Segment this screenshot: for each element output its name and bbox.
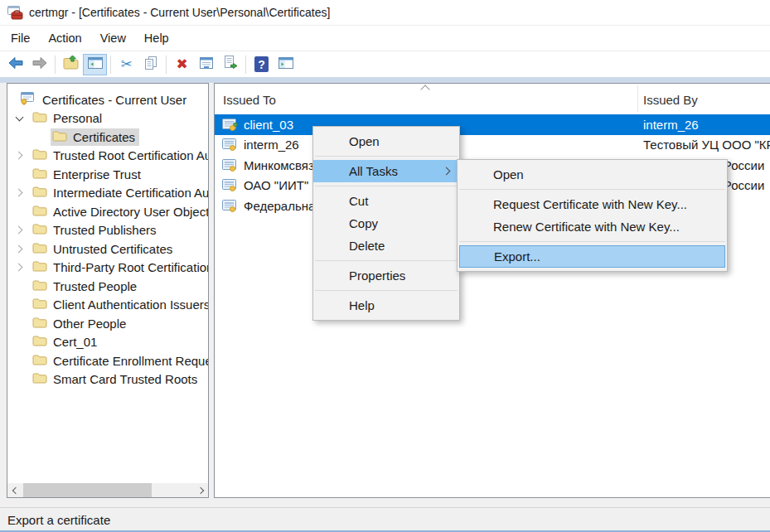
folder-up-icon xyxy=(63,56,80,74)
tree-item-label: Third-Party Root Certification xyxy=(53,260,209,274)
tree-item-certificates-current-user[interactable]: Certificates - Current User xyxy=(7,90,208,109)
menu-item-label: Delete xyxy=(349,239,385,253)
menu-help[interactable]: Help xyxy=(135,28,178,48)
certificate-icon xyxy=(222,179,238,191)
context-menu-item-delete[interactable]: Delete xyxy=(313,235,459,257)
tree-item-active-directory-user-object[interactable]: Active Directory User Object xyxy=(7,202,208,221)
folder-icon xyxy=(32,279,47,293)
context-menu-item-open[interactable]: Open xyxy=(313,130,459,152)
tree-item-intermediate-certification-authorities[interactable]: Intermediate Certification Aut xyxy=(7,184,208,203)
column-separator[interactable] xyxy=(637,85,638,112)
folder-icon xyxy=(32,148,47,162)
folder-icon xyxy=(32,260,47,274)
folder-icon xyxy=(32,317,47,331)
back-arrow-icon xyxy=(7,55,24,75)
context-menu-item-all-tasks[interactable]: All Tasks xyxy=(313,160,459,182)
all-tasks-submenu: Open Request Certificate with New Key...… xyxy=(457,159,728,272)
tree-item-third-party-root-certification[interactable]: Third-Party Root Certification xyxy=(7,259,208,278)
tree-item-label: Trusted People xyxy=(53,279,137,293)
scrollbar-thumb[interactable] xyxy=(23,483,152,497)
scroll-left-arrow[interactable] xyxy=(7,483,22,497)
context-menu: Open All Tasks Cut Copy Delete Propertie… xyxy=(312,126,460,321)
column-header-issued-by[interactable]: Issued By xyxy=(643,93,698,107)
menu-view[interactable]: View xyxy=(91,28,135,48)
column-header-issued-to[interactable]: Issued To xyxy=(223,93,276,107)
window-title: certmgr - [Certificates - Current User\P… xyxy=(29,6,330,19)
tree-item-certificates[interactable]: Certificates xyxy=(7,128,208,147)
forward-arrow-icon xyxy=(31,55,48,75)
issued-by-cell: interm_26 xyxy=(643,118,699,132)
show-hide-console-tree-button[interactable] xyxy=(83,54,107,75)
properties-button[interactable] xyxy=(194,54,218,75)
tree-item-enterprise-trust[interactable]: Enterprise Trust xyxy=(7,165,208,184)
submenu-item-renew-certificate-with-new-key[interactable]: Renew Certificate with New Key... xyxy=(458,215,727,238)
tree-item-label: Certificates xyxy=(73,130,135,144)
tree-item-untrusted-certificates[interactable]: Untrusted Certificates xyxy=(7,239,208,259)
tree-item-trusted-publishers[interactable]: Trusted Publishers xyxy=(7,221,208,240)
submenu-item-export[interactable]: Export... xyxy=(459,245,725,268)
chevron-collapsed-icon xyxy=(14,226,22,235)
show-hide-action-pane-button[interactable] xyxy=(274,54,298,75)
folder-icon xyxy=(32,205,47,219)
forward-button[interactable] xyxy=(27,54,51,75)
tree: Certificates - Current User Personal xyxy=(7,90,208,389)
tree-item-personal[interactable]: Personal xyxy=(7,109,208,128)
help-button[interactable] xyxy=(249,54,274,75)
submenu-item-open[interactable]: Open xyxy=(458,163,727,186)
tree-item-certificate-enrollment-requests[interactable]: Certificate Enrollment Reques xyxy=(7,351,208,370)
context-menu-item-copy[interactable]: Copy xyxy=(313,212,459,235)
certificate-key-icon xyxy=(222,118,238,131)
tree-item-label: Client Authentication Issuers xyxy=(53,297,209,312)
list-header: Issued To Issued By xyxy=(215,84,770,114)
context-menu-item-help[interactable]: Help xyxy=(313,294,459,317)
menu-separator xyxy=(315,260,458,261)
chevron-collapsed-icon xyxy=(14,152,22,160)
certmgr-window: certmgr - [Certificates - Current User\P… xyxy=(0,0,770,532)
delete-button[interactable] xyxy=(170,54,194,75)
folder-icon xyxy=(32,186,47,200)
menu-separator xyxy=(315,156,458,157)
tree-horizontal-scrollbar[interactable] xyxy=(7,483,208,497)
issued-by-cell: Тестовый УЦ ООО "КРИ xyxy=(643,138,770,152)
tree-item-label: Enterprise Trust xyxy=(53,167,141,181)
tree-item-label: Trusted Root Certification Aut xyxy=(53,148,209,162)
tree-item-trusted-people[interactable]: Trusted People xyxy=(7,277,208,296)
console-tree-icon xyxy=(87,56,104,74)
status-bar: Export a certificate xyxy=(0,507,770,532)
sort-ascending-icon xyxy=(420,85,429,94)
context-menu-item-cut[interactable]: Cut xyxy=(313,190,459,212)
tree-item-trusted-root-certification-authorities[interactable]: Trusted Root Certification Aut xyxy=(7,147,208,166)
toolbar-separator xyxy=(166,56,167,74)
issued-to-cell: client_03 xyxy=(244,118,293,132)
copy-button[interactable] xyxy=(138,54,162,75)
list-row-client-03[interactable]: client_03 interm_26 xyxy=(215,114,770,135)
tree-item-smart-card-trusted-roots[interactable]: Smart Card Trusted Roots xyxy=(7,370,208,389)
folder-icon xyxy=(32,223,47,237)
back-button[interactable] xyxy=(3,54,27,75)
menu-item-label: Cut xyxy=(349,194,368,208)
folder-icon xyxy=(32,335,47,349)
properties-icon xyxy=(198,56,215,74)
menu-action[interactable]: Action xyxy=(39,28,90,48)
certificate-list-panel: Issued To Issued By xyxy=(214,83,770,498)
folder-icon xyxy=(32,111,47,125)
folder-icon xyxy=(32,297,47,312)
tree-item-client-authentication-issuers[interactable]: Client Authentication Issuers xyxy=(7,296,208,315)
help-icon xyxy=(254,56,269,72)
certificate-icon xyxy=(222,159,238,172)
cut-button[interactable] xyxy=(114,54,138,75)
issued-to-cell: ОАО "ИИТ" xyxy=(244,178,308,192)
action-pane-icon xyxy=(278,56,294,74)
up-one-level-button[interactable] xyxy=(59,54,83,75)
menu-file[interactable]: File xyxy=(2,28,39,48)
list-row-interm-26[interactable]: interm_26 Тестовый УЦ ООО "КРИ xyxy=(215,135,770,156)
context-menu-item-properties[interactable]: Properties xyxy=(313,264,459,287)
tree-item-other-people[interactable]: Other People xyxy=(7,314,208,333)
export-list-button[interactable] xyxy=(218,54,242,75)
toolbar-separator xyxy=(110,56,111,74)
submenu-item-request-certificate-with-new-key[interactable]: Request Certificate with New Key... xyxy=(458,193,727,215)
folder-icon xyxy=(32,242,47,256)
tree-item-label: Smart Card Trusted Roots xyxy=(53,372,197,386)
scroll-right-arrow[interactable] xyxy=(194,483,208,497)
tree-item-cert-01[interactable]: Cert_01 xyxy=(7,333,208,352)
